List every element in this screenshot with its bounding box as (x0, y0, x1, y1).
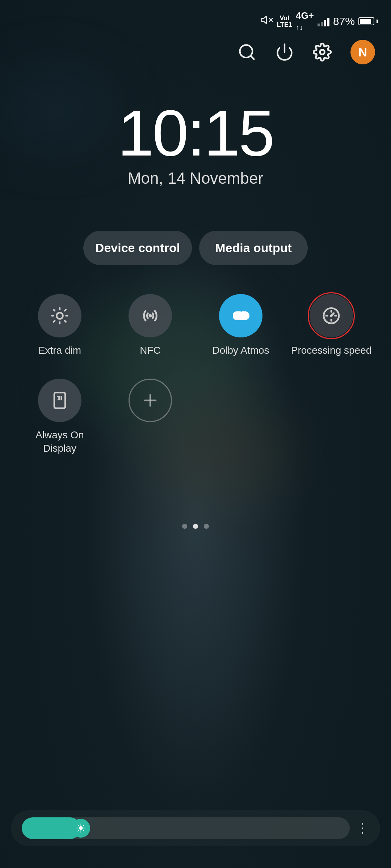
svg-point-6 (320, 50, 325, 55)
quick-buttons-row: Device control Media output (0, 209, 391, 280)
dolby-atmos-icon (230, 305, 251, 326)
processing-speed-icon (321, 306, 341, 326)
aod-icon-wrap (38, 379, 81, 422)
tile-dolby-atmos[interactable]: Dolby Atmos (196, 283, 286, 368)
svg-line-4 (251, 56, 254, 59)
aod-label: Always On Display (18, 429, 101, 455)
nfc-label: NFC (140, 344, 161, 357)
svg-point-7 (56, 312, 63, 319)
page-dot-1[interactable] (182, 524, 187, 529)
dolby-icon-wrap (219, 294, 262, 337)
clock-date: Mon, 14 November (0, 169, 391, 187)
page-dots (0, 509, 391, 540)
battery-percentage: 87% (333, 15, 355, 27)
nfc-icon (141, 306, 160, 325)
status-icons: Vol LTE1 4G+↑↓ 87% (261, 10, 378, 33)
processing-speed-icon-wrap (310, 294, 353, 337)
add-icon (141, 391, 160, 410)
brightness-sun-icon: ☀ (75, 821, 86, 835)
page-dot-2[interactable] (193, 524, 198, 529)
brightness-slider[interactable]: ☀ (22, 817, 350, 839)
brightness-bar: ☀ ⋮ (11, 810, 380, 846)
clock-time: 10:15 (0, 101, 391, 166)
nfc-icon-wrap (129, 294, 172, 337)
device-control-button[interactable]: Device control (83, 231, 192, 265)
svg-point-14 (330, 315, 333, 317)
top-controls: N (0, 36, 391, 72)
tile-processing-speed[interactable]: Processing speed (286, 283, 377, 368)
dolby-atmos-label: Dolby Atmos (212, 344, 269, 357)
quick-tiles-grid: Extra dim NFC Do (0, 280, 391, 466)
volte-indicator: Vol LTE1 (277, 15, 292, 28)
settings-button[interactable] (313, 43, 332, 61)
tile-extra-dim[interactable]: Extra dim (14, 283, 105, 368)
tile-nfc[interactable]: NFC (105, 283, 196, 368)
battery-icon (358, 17, 378, 25)
extra-dim-icon-wrap (38, 294, 81, 337)
search-button[interactable] (237, 43, 256, 61)
processing-speed-label: Processing speed (291, 344, 372, 357)
signal-strength-icon (318, 16, 329, 26)
network-type: 4G+↑↓ (296, 10, 314, 33)
user-avatar[interactable]: N (350, 40, 375, 64)
page-dot-3[interactable] (204, 524, 209, 529)
media-output-button[interactable]: Media output (199, 231, 308, 265)
status-bar: Vol LTE1 4G+↑↓ 87% (0, 0, 391, 36)
power-button[interactable] (275, 43, 294, 61)
add-icon-wrap (129, 379, 172, 422)
svg-point-8 (150, 315, 151, 316)
extra-dim-label: Extra dim (38, 344, 81, 357)
brightness-more-button[interactable]: ⋮ (356, 820, 369, 836)
clock-area: 10:15 Mon, 14 November (0, 72, 391, 209)
extra-dim-icon (50, 306, 69, 325)
mute-icon (261, 14, 273, 29)
aod-icon (50, 391, 69, 410)
svg-rect-15 (54, 393, 65, 408)
brightness-thumb[interactable]: ☀ (71, 819, 90, 838)
tile-always-on-display[interactable]: Always On Display (14, 368, 105, 466)
tile-add[interactable] (105, 368, 196, 466)
svg-marker-0 (262, 16, 266, 24)
